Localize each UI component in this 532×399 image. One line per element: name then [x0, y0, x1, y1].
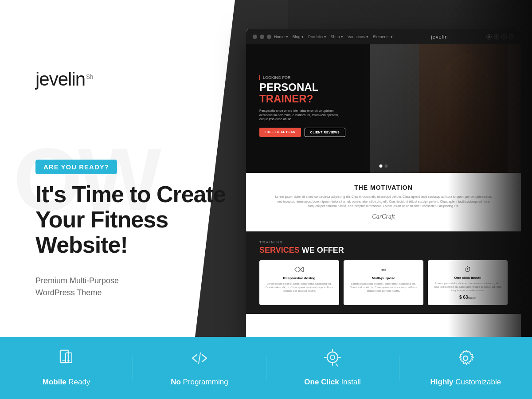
feature-programming: No Programming: [133, 342, 266, 394]
install-bold: One Click: [304, 378, 339, 386]
nav-home: Home ▾: [274, 35, 288, 39]
feature-customizable: Highly Customizable: [399, 342, 532, 394]
gear-icon: [456, 348, 475, 372]
nav-blog: Blog ▾: [293, 35, 304, 39]
headline: It's Time to Create Your Fitness Website…: [35, 182, 235, 258]
subtitle: Premium Multi-Purpose WordPress Theme: [35, 275, 191, 299]
feature-mobile: Mobile Ready: [0, 342, 133, 394]
ready-badge: ARE YOU READY?: [35, 160, 117, 174]
mobile-icon: [57, 348, 76, 372]
white-card: OW jevelinSh ARE YOU READY? It's Time to…: [0, 0, 266, 337]
responsive-icon: ⌫: [265, 266, 334, 274]
responsive-title: Responsive desing: [265, 276, 334, 280]
programming-label: No Programming: [171, 377, 228, 387]
hero-dots: [379, 164, 388, 168]
logo-text: jevelinSh: [35, 69, 93, 90]
nav-variations: Variations ▾: [348, 35, 368, 39]
programming-rest: Programming: [181, 378, 228, 386]
click-icon: [323, 348, 342, 372]
services-title-accent: SERVICES: [259, 246, 300, 254]
client-reviews-button[interactable]: CLIENT REVIEWS: [305, 128, 346, 137]
headline-line1: It's Time to Create: [35, 181, 226, 207]
headline-line2: Your Fitness: [35, 207, 168, 232]
hero-title-line1: PERSONAL: [259, 81, 318, 93]
features-bar: Mobile Ready No Programming: [0, 337, 532, 399]
mobile-rest: Ready: [66, 378, 90, 386]
service-card-responsive: ⌫ Responsive desing Lorem ipsum dolor si…: [259, 260, 339, 305]
responsive-body: Lorem ipsum dolor sit amet, consectetur …: [265, 282, 334, 293]
headline-line3: Website!: [35, 232, 128, 258]
mobile-bold: Mobile: [43, 378, 66, 386]
browser-nav: Home ▾ Blog ▾ Portfolio ▾ Shop ▾ Variati…: [274, 35, 393, 39]
svg-line-4: [199, 353, 200, 364]
hero-buttons: FREE TRIAL PLAN CLIENT REVIEWS: [259, 128, 348, 137]
logo-area: jevelinSh: [35, 69, 93, 90]
programming-bold: No: [171, 378, 181, 386]
free-trial-button[interactable]: FREE TRIAL PLAN: [259, 128, 301, 137]
browser-dot-1: [253, 35, 257, 39]
hero-looking-for: LOOKING FOR: [259, 75, 348, 80]
svg-point-5: [327, 352, 338, 363]
services-title-rest2: WE OFFER: [302, 246, 344, 254]
hero-title: PERSONAL TRAINER?: [259, 82, 348, 105]
subtitle-line1: Premium Multi-Purpose: [35, 276, 119, 285]
code-icon: [190, 348, 209, 372]
hero-dot-1: [379, 164, 383, 168]
browser-dot-2: [260, 35, 264, 39]
customizable-rest: Customizable: [453, 378, 501, 386]
svg-point-12: [463, 356, 468, 360]
multipurpose-title: Multi-purpose: [349, 276, 418, 280]
install-label: One Click Install: [304, 377, 361, 387]
logo-main: jevelin: [35, 69, 85, 90]
multipurpose-icon: ⥇: [349, 266, 418, 274]
hero-title-accent: TRAINER?: [259, 93, 313, 105]
service-card-multipurpose: ⥇ Multi-purpose Lorem ipsum dolor sit am…: [344, 260, 423, 305]
customizable-label: Highly Customizable: [430, 377, 501, 387]
feature-install: One Click Install: [266, 342, 399, 394]
hero-dot-2: [385, 164, 388, 168]
hero-content: LOOKING FOR PERSONAL TRAINER? Perspiciat…: [259, 75, 348, 137]
browser-dot-3: [267, 35, 271, 39]
svg-line-11: [336, 364, 338, 366]
subtitle-line2: WordPress Theme: [35, 288, 102, 297]
install-rest: Install: [339, 378, 361, 386]
customizable-bold: Highly: [430, 378, 454, 386]
mobile-label: Mobile Ready: [43, 377, 90, 387]
nav-elements: Elements ▾: [373, 35, 393, 39]
nav-portfolio: Portfolio ▾: [308, 35, 326, 39]
hero-subtitle: Perspiciatis unde omnis iste natus error…: [259, 109, 348, 121]
logo-super: Sh: [86, 73, 93, 80]
multipurpose-body: Lorem ipsum dolor sit amet, consectetur …: [349, 282, 418, 293]
svg-point-6: [330, 355, 335, 360]
nav-shop: Shop ▾: [331, 35, 344, 39]
